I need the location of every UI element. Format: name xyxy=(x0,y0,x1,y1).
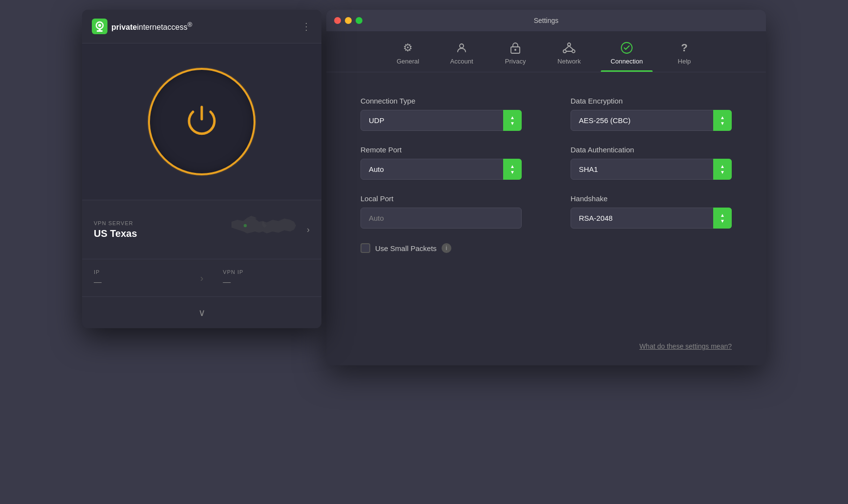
close-button[interactable] xyxy=(334,17,341,24)
handshake-arrows: ▲ ▼ xyxy=(713,208,732,229)
ip-arrow-icon: › xyxy=(200,273,204,284)
tab-account[interactable]: Account xyxy=(435,36,488,72)
arrow-down-icon: ▼ xyxy=(720,219,725,224)
pia-ip-section: IP — › VPN IP — xyxy=(82,259,321,296)
svg-point-9 xyxy=(568,43,571,46)
pia-logo-text: privateinternetaccess® xyxy=(111,21,192,32)
remote-port-select-wrapper: Auto 443 1194 ▲ ▼ xyxy=(360,159,522,180)
tab-help[interactable]: ? Help xyxy=(657,36,711,72)
traffic-lights xyxy=(334,17,362,24)
data-auth-arrows: ▲ ▼ xyxy=(713,159,732,180)
privacy-icon xyxy=(509,41,522,55)
remote-port-arrows: ▲ ▼ xyxy=(503,159,522,180)
maximize-button[interactable] xyxy=(356,17,362,24)
arrow-up-icon: ▲ xyxy=(510,164,515,169)
tab-connection[interactable]: Connection xyxy=(596,36,657,72)
tab-privacy-label: Privacy xyxy=(505,58,526,65)
data-encryption-select-wrapper: AES-256 (CBC) AES-128 (CBC) None ▲ ▼ xyxy=(571,110,732,131)
what-do-settings-mean-link[interactable]: What do these settings mean? xyxy=(639,342,732,350)
data-encryption-group: Data Encryption AES-256 (CBC) AES-128 (C… xyxy=(571,97,732,131)
settings-titlebar: Settings xyxy=(326,10,766,31)
vpn-ip-value: — xyxy=(223,278,310,287)
remote-port-select[interactable]: Auto 443 1194 xyxy=(360,159,522,180)
tab-general-label: General xyxy=(397,58,419,65)
ip-label: IP xyxy=(94,269,181,275)
left-column: Connection Type UDP TCP ▲ ▼ Remote Port xyxy=(360,97,522,253)
use-small-packets-checkbox[interactable] xyxy=(360,243,370,253)
svg-point-5 xyxy=(244,224,247,227)
account-icon xyxy=(455,41,468,55)
tab-connection-label: Connection xyxy=(611,58,643,65)
svg-point-11 xyxy=(572,50,575,53)
arrow-down-icon: ▼ xyxy=(720,170,725,175)
connection-type-arrows: ▲ ▼ xyxy=(503,110,522,131)
handshake-label: Handshake xyxy=(571,194,732,203)
remote-port-label: Remote Port xyxy=(360,146,522,154)
connection-type-label: Connection Type xyxy=(360,97,522,105)
vpn-ip-group: VPN IP — xyxy=(223,269,310,287)
ip-group: IP — xyxy=(94,269,181,287)
pia-header: privateinternetaccess® ⋮ xyxy=(82,10,321,43)
local-port-input[interactable] xyxy=(360,208,522,229)
expand-chevron-icon[interactable]: ∨ xyxy=(198,307,206,318)
power-icon xyxy=(182,102,221,141)
use-small-packets-row: Use Small Packets i xyxy=(360,243,522,253)
settings-footer: What do these settings mean? xyxy=(639,342,732,351)
general-icon: ⚙ xyxy=(401,41,415,55)
server-label: VPN SERVER xyxy=(94,220,224,226)
tab-general[interactable]: ⚙ General xyxy=(381,36,435,72)
handshake-group: Handshake RSA-2048 RSA-4096 ▲ ▼ xyxy=(571,194,732,229)
settings-window: Settings ⚙ General Account xyxy=(326,10,766,365)
data-encryption-arrows: ▲ ▼ xyxy=(713,110,732,131)
pia-app-window: privateinternetaccess® ⋮ VPN SERVER US T… xyxy=(82,10,321,328)
connection-type-select-wrapper: UDP TCP ▲ ▼ xyxy=(360,110,522,131)
tab-help-label: Help xyxy=(678,58,691,65)
handshake-select-wrapper: RSA-2048 RSA-4096 ▲ ▼ xyxy=(571,208,732,229)
power-ring[interactable] xyxy=(148,68,255,175)
tab-network-label: Network xyxy=(557,58,581,65)
minimize-button[interactable] xyxy=(345,17,352,24)
arrow-up-icon: ▲ xyxy=(720,164,725,169)
data-encryption-label: Data Encryption xyxy=(571,97,732,105)
svg-point-2 xyxy=(98,24,101,27)
settings-tabs: ⚙ General Account Privacy xyxy=(326,31,766,72)
server-arrow: › xyxy=(307,225,310,235)
pia-power-section xyxy=(82,43,321,200)
svg-line-13 xyxy=(569,46,573,50)
tab-network[interactable]: Network xyxy=(542,36,596,72)
use-small-packets-info-icon[interactable]: i xyxy=(442,243,451,253)
local-port-label: Local Port xyxy=(360,194,522,203)
arrow-down-icon: ▼ xyxy=(720,121,725,126)
use-small-packets-label: Use Small Packets xyxy=(375,244,437,252)
arrow-up-icon: ▲ xyxy=(720,115,725,120)
arrow-down-icon: ▼ xyxy=(510,170,515,175)
svg-point-6 xyxy=(460,44,464,48)
arrow-up-icon: ▲ xyxy=(720,213,725,218)
pia-logo: privateinternetaccess® xyxy=(92,19,192,34)
connection-type-group: Connection Type UDP TCP ▲ ▼ xyxy=(360,97,522,131)
local-port-group: Local Port xyxy=(360,194,522,229)
settings-title: Settings xyxy=(534,17,559,24)
connection-type-select[interactable]: UDP TCP xyxy=(360,110,522,131)
help-icon: ? xyxy=(678,41,691,55)
handshake-select[interactable]: RSA-2048 RSA-4096 xyxy=(571,208,732,229)
world-map-svg xyxy=(224,210,302,249)
settings-columns: Connection Type UDP TCP ▲ ▼ Remote Port xyxy=(360,97,732,253)
ip-value: — xyxy=(94,278,181,287)
right-column: Data Encryption AES-256 (CBC) AES-128 (C… xyxy=(571,97,732,253)
remote-port-group: Remote Port Auto 443 1194 ▲ ▼ xyxy=(360,146,522,180)
settings-content: Connection Type UDP TCP ▲ ▼ Remote Port xyxy=(326,72,766,365)
vpn-ip-label: VPN IP xyxy=(223,269,310,275)
arrow-up-icon: ▲ xyxy=(510,115,515,120)
data-auth-select-wrapper: SHA1 SHA256 None ▲ ▼ xyxy=(571,159,732,180)
arrow-down-icon: ▼ xyxy=(510,121,515,126)
tab-privacy[interactable]: Privacy xyxy=(488,36,542,72)
pia-menu-button[interactable]: ⋮ xyxy=(301,21,312,32)
data-auth-label: Data Authentication xyxy=(571,146,732,154)
pia-footer: ∨ xyxy=(82,296,321,328)
svg-line-12 xyxy=(565,46,569,50)
svg-point-10 xyxy=(563,50,566,53)
data-encryption-select[interactable]: AES-256 (CBC) AES-128 (CBC) None xyxy=(571,110,732,131)
data-auth-select[interactable]: SHA1 SHA256 None xyxy=(571,159,732,180)
pia-server-section[interactable]: VPN SERVER US Texas › xyxy=(82,200,321,259)
